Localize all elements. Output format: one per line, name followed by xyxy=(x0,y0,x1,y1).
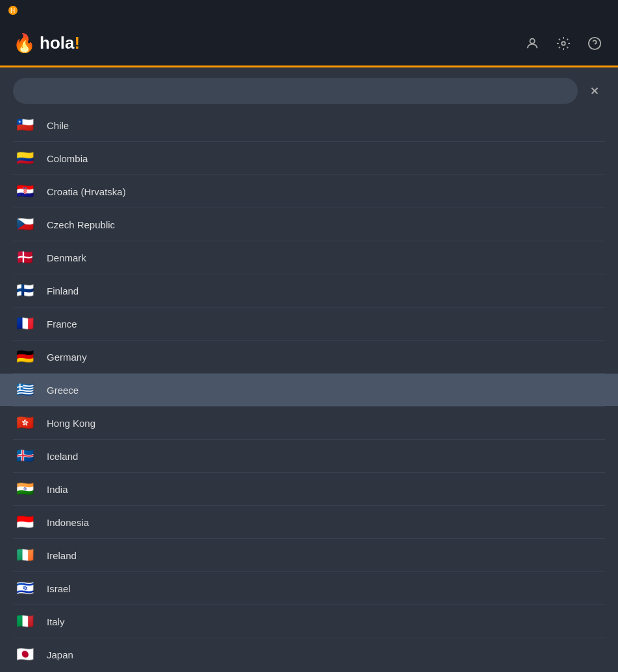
close-icon xyxy=(589,85,600,97)
country-flag: 🇫🇮 xyxy=(13,279,36,302)
country-name: Ireland xyxy=(47,550,77,561)
list-item[interactable]: 🇨🇿Czech Republic xyxy=(0,208,618,241)
country-flag: 🇭🇰 xyxy=(13,411,36,435)
app-header: 🔥 hola! xyxy=(0,21,618,67)
list-item[interactable]: 🇮🇱Israel xyxy=(0,572,618,605)
country-name: Indonesia xyxy=(47,517,89,528)
list-item[interactable]: 🇬🇷Greece xyxy=(0,374,618,406)
gear-icon xyxy=(556,36,571,51)
country-name: Finland xyxy=(47,285,79,296)
country-flag: 🇨🇿 xyxy=(13,213,36,236)
list-item[interactable]: 🇯🇵Japan xyxy=(0,638,618,667)
logo: 🔥 hola! xyxy=(13,32,80,54)
maximize-button[interactable] xyxy=(550,0,580,21)
help-icon-button[interactable] xyxy=(584,33,605,54)
list-item[interactable]: 🇭🇷Croatia (Hrvatska) xyxy=(0,175,618,208)
search-close-button[interactable] xyxy=(584,80,605,101)
logo-flame: 🔥 xyxy=(13,32,36,54)
country-flag: 🇯🇵 xyxy=(13,643,36,666)
list-item[interactable]: 🇮🇸Iceland xyxy=(0,440,618,472)
minimize-button[interactable] xyxy=(518,0,548,21)
list-item[interactable]: 🇭🇰Hong Kong xyxy=(0,407,618,439)
country-name: Italy xyxy=(47,616,65,627)
search-container xyxy=(0,67,618,109)
country-name: Japan xyxy=(47,649,73,660)
user-icon-button[interactable] xyxy=(522,33,543,54)
list-item[interactable]: 🇮🇹Italy xyxy=(0,605,618,638)
list-item[interactable]: 🇩🇰Denmark xyxy=(0,241,618,274)
country-flag: 🇫🇷 xyxy=(13,312,36,335)
list-item[interactable]: 🇫🇮Finland xyxy=(0,274,618,307)
country-name: Chile xyxy=(47,120,69,131)
country-name: Denmark xyxy=(47,252,86,263)
svg-text:H: H xyxy=(10,7,15,14)
country-name: Iceland xyxy=(47,451,78,462)
list-item[interactable]: 🇮🇳India xyxy=(0,473,618,505)
list-item[interactable]: 🇨🇴Colombia xyxy=(0,142,618,174)
country-flag: 🇩🇰 xyxy=(13,246,36,269)
header-icons xyxy=(522,33,605,54)
svg-point-2 xyxy=(530,38,534,43)
country-flag: 🇬🇷 xyxy=(13,378,36,402)
country-flag: 🇨🇱 xyxy=(13,114,36,137)
country-flag: 🇮🇳 xyxy=(13,477,36,501)
search-input[interactable] xyxy=(13,78,578,104)
list-item[interactable]: 🇩🇪Germany xyxy=(0,341,618,373)
country-flag: 🇮🇹 xyxy=(13,610,36,633)
country-flag: 🇮🇸 xyxy=(13,444,36,468)
list-item[interactable]: 🇨🇱Chile xyxy=(0,109,618,141)
list-item[interactable]: 🇮🇩Indonesia xyxy=(0,506,618,538)
country-flag: 🇨🇴 xyxy=(13,147,36,170)
app-icon: H xyxy=(8,5,18,16)
country-list[interactable]: 🇨🇱Chile🇨🇴Colombia🇭🇷Croatia (Hrvatska)🇨🇿C… xyxy=(0,109,618,667)
help-icon xyxy=(587,36,602,51)
country-name: Colombia xyxy=(47,153,88,164)
country-name: Czech Republic xyxy=(47,219,115,230)
list-item[interactable]: 🇮🇪Ireland xyxy=(0,539,618,571)
close-window-button[interactable] xyxy=(583,0,613,21)
country-name: France xyxy=(47,318,77,330)
country-flag: 🇮🇪 xyxy=(13,544,36,567)
title-bar: H xyxy=(0,0,618,21)
country-name: India xyxy=(47,484,68,495)
country-name: Croatia (Hrvatska) xyxy=(47,186,126,197)
country-name: Israel xyxy=(47,583,71,594)
list-item[interactable]: 🇫🇷France xyxy=(0,307,618,340)
svg-point-3 xyxy=(562,42,565,45)
title-bar-left: H xyxy=(8,5,23,16)
country-flag: 🇮🇩 xyxy=(13,510,36,534)
country-name: Greece xyxy=(47,385,79,396)
country-flag: 🇩🇪 xyxy=(13,345,36,368)
user-icon xyxy=(525,36,539,51)
country-name: Hong Kong xyxy=(47,418,95,429)
country-name: Germany xyxy=(47,352,87,363)
country-flag: 🇮🇱 xyxy=(13,577,36,600)
logo-text: hola! xyxy=(40,33,80,53)
country-flag: 🇭🇷 xyxy=(13,180,36,203)
title-bar-controls xyxy=(518,0,613,21)
settings-icon-button[interactable] xyxy=(553,33,574,54)
